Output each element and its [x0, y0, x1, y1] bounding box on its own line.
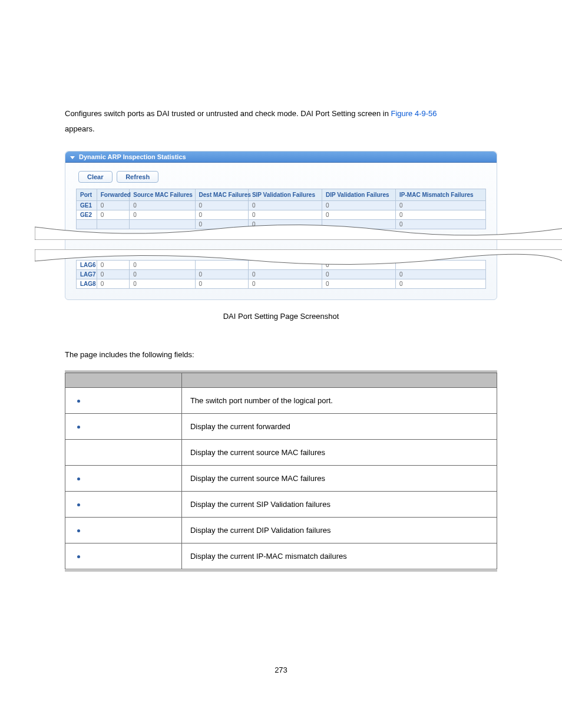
- value-cell: 0: [396, 210, 486, 220]
- stats-table: Port Forwarded Source MAC Failures Dest …: [76, 189, 486, 229]
- clear-button[interactable]: Clear: [78, 171, 113, 183]
- port-cell: LAG8: [77, 279, 97, 289]
- field-desc: Display the current IP-MAC mismatch dail…: [181, 543, 497, 570]
- th-ipmac: IP-MAC Mismatch Failures: [396, 189, 486, 201]
- intro-prefix: Configures switch ports as DAI trusted o…: [65, 109, 391, 118]
- value-cell: 0: [322, 210, 395, 220]
- value-cell: 0: [396, 270, 486, 279]
- value-cell: 0: [97, 279, 130, 289]
- table-row: LAG7000000: [77, 270, 486, 279]
- value-cell: 0: [97, 210, 130, 220]
- value-cell: 0: [130, 210, 195, 220]
- field-label-cell: [65, 465, 182, 491]
- value-cell: 0: [195, 279, 248, 289]
- value-cell: 0: [97, 201, 130, 210]
- value-cell: 0: [130, 279, 195, 289]
- field-label-cell: [65, 543, 182, 570]
- field-row: Display the current source MAC failures: [65, 439, 497, 465]
- bullet-icon: [77, 400, 80, 403]
- value-cell: 0: [322, 279, 395, 289]
- field-label-cell: [65, 387, 182, 413]
- table-row: GE1000000: [77, 201, 486, 210]
- field-desc: Display the current source MAC failures: [181, 465, 497, 491]
- value-cell: 0: [322, 201, 395, 210]
- field-desc: Display the current DIP Validation failu…: [181, 517, 497, 543]
- value-cell: 0: [130, 201, 195, 210]
- refresh-button[interactable]: Refresh: [117, 171, 158, 183]
- field-label-cell: [65, 491, 182, 517]
- bullet-icon: [77, 529, 80, 532]
- value-cell: 0: [248, 279, 322, 289]
- field-label-cell: [65, 439, 182, 465]
- panel-title: Dynamic ARP Inspection Statistics: [79, 153, 186, 160]
- value-cell: 0: [195, 201, 248, 210]
- panel-header[interactable]: Dynamic ARP Inspection Statistics: [65, 151, 497, 163]
- chevron-down-icon: [70, 156, 75, 159]
- value-cell: 0: [322, 270, 395, 279]
- value-cell: 0: [195, 270, 248, 279]
- field-desc: Display the current forwarded: [181, 413, 497, 439]
- th-src: Source MAC Failures: [130, 189, 195, 201]
- field-row: Display the current DIP Validation failu…: [65, 517, 497, 543]
- value-cell: 0: [248, 270, 322, 279]
- field-row: Display the current IP-MAC mismatch dail…: [65, 543, 497, 570]
- page-tear: [35, 229, 527, 260]
- table-row: GE2000000: [77, 210, 486, 220]
- port-cell: GE2: [77, 210, 97, 220]
- page-number: 273: [65, 666, 497, 674]
- value-cell: 0: [248, 201, 322, 210]
- field-label-cell: [65, 413, 182, 439]
- field-label-cell: [65, 517, 182, 543]
- field-row: Display the current SIP Validation failu…: [65, 491, 497, 517]
- figure-link[interactable]: Figure 4-9-56: [391, 109, 437, 118]
- table-row: LAG8000000: [77, 279, 486, 289]
- intro-text: Configures switch ports as DAI trusted o…: [65, 106, 497, 137]
- field-desc: The switch port number of the logical po…: [181, 387, 497, 413]
- field-row: The switch port number of the logical po…: [65, 387, 497, 413]
- port-cell: LAG7: [77, 270, 97, 279]
- value-cell: 0: [396, 201, 486, 210]
- field-row: Display the current forwarded: [65, 413, 497, 439]
- stats-panel: Dynamic ARP Inspection Statistics Clear …: [65, 151, 497, 300]
- value-cell: 0: [97, 270, 130, 279]
- value-cell: 0: [248, 210, 322, 220]
- fields-header-row: [65, 372, 497, 387]
- intro-line2: appears.: [65, 124, 95, 133]
- value-cell: 0: [396, 279, 486, 289]
- screenshot-caption: DAI Port Setting Page Screenshot: [65, 312, 497, 321]
- fields-table: The switch port number of the logical po…: [65, 371, 497, 571]
- th-dst: Dest MAC Failures: [195, 189, 248, 201]
- th-dip: DIP Validation Failures: [322, 189, 395, 201]
- field-row: Display the current source MAC failures: [65, 465, 497, 491]
- th-port: Port: [77, 189, 97, 201]
- bullet-icon: [77, 555, 80, 558]
- th-forwarded: Forwarded: [97, 189, 130, 201]
- value-cell: 0: [130, 270, 195, 279]
- bullet-icon: [77, 426, 80, 429]
- field-desc: Display the current SIP Validation failu…: [181, 491, 497, 517]
- value-cell: 0: [195, 210, 248, 220]
- bullet-icon: [77, 503, 80, 506]
- port-cell: GE1: [77, 201, 97, 210]
- bullet-icon: [77, 477, 80, 480]
- field-desc: Display the current source MAC failures: [181, 439, 497, 465]
- th-sip: SIP Validation Failures: [248, 189, 322, 201]
- fields-intro: The page includes the following fields:: [65, 350, 497, 359]
